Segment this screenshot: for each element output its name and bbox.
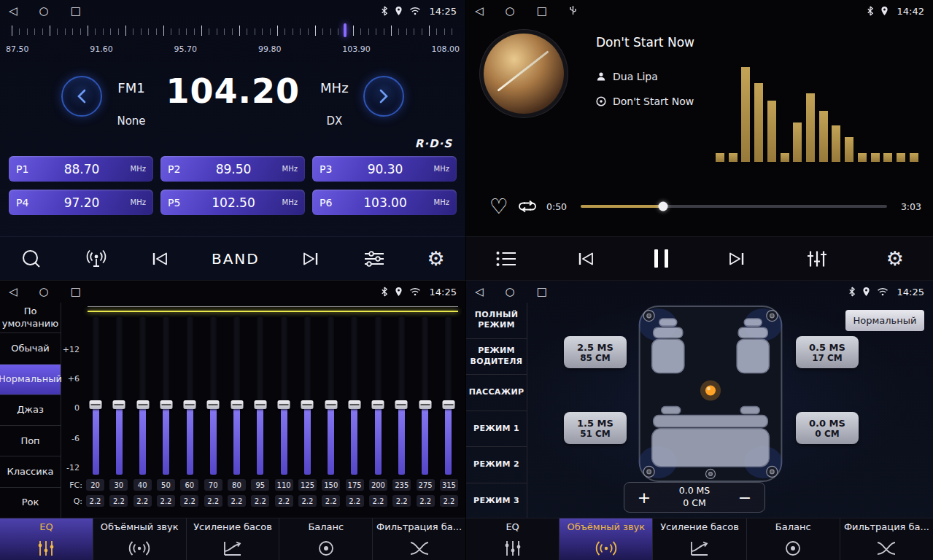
scan-search-button[interactable] (20, 248, 42, 270)
tab-bass-boost[interactable]: Усиление басов (186, 518, 279, 560)
preset-P2[interactable]: P289.50MHz (160, 156, 305, 182)
next-station-button[interactable] (301, 250, 321, 268)
tab-balance[interactable]: Баланс (746, 518, 840, 560)
eq-band-175[interactable] (345, 316, 364, 475)
position-mode-3[interactable]: РЕЖИМ 1 (466, 411, 527, 448)
tab-eq[interactable]: EQ (0, 518, 93, 560)
eq-band-80[interactable] (228, 316, 247, 475)
eq-slider-handle[interactable] (395, 400, 408, 409)
eq-slider-handle[interactable] (136, 400, 149, 409)
next-track-button[interactable] (727, 250, 747, 268)
preset-P4[interactable]: P497.20MHz (9, 190, 153, 215)
pause-button[interactable] (654, 249, 668, 268)
eq-preset-3[interactable]: Джаз (0, 395, 61, 426)
recents-icon[interactable]: □ (71, 4, 81, 18)
increase-delay-button[interactable]: + (635, 489, 654, 507)
tuner-needle[interactable] (344, 23, 347, 37)
eq-band-235[interactable] (392, 316, 411, 475)
preset-P5[interactable]: P5102.50MHz (160, 190, 305, 215)
band-button[interactable]: BAND (212, 250, 260, 268)
broadcast-button[interactable] (84, 249, 109, 269)
home-icon[interactable]: ○ (506, 285, 515, 298)
eq-slider-handle[interactable] (442, 400, 454, 409)
recents-icon[interactable]: □ (537, 285, 547, 298)
eq-band-200[interactable] (368, 316, 387, 475)
eq-preset-1[interactable]: Обычай (0, 333, 61, 364)
eq-slider-handle[interactable] (231, 400, 243, 409)
preset-P6[interactable]: P6103.00MHz (312, 190, 457, 215)
position-mode-0[interactable]: ПОЛНЫЙ РЕЖИМ (466, 303, 527, 339)
eq-band-30[interactable] (109, 316, 128, 475)
eq-band-50[interactable] (157, 316, 176, 475)
eq-band-125[interactable] (298, 316, 317, 475)
home-icon[interactable]: ○ (506, 4, 515, 18)
tab-balance[interactable]: Баланс (279, 518, 372, 560)
previous-station-button[interactable] (150, 250, 170, 268)
tune-up-button[interactable] (363, 76, 404, 117)
eq-slider-handle[interactable] (254, 400, 266, 409)
settings-button[interactable]: ⚙ (427, 249, 444, 268)
tab-surround[interactable]: Объёмный звук (559, 518, 652, 560)
delay-rear-right[interactable]: 0.0 MS 0 CM (796, 412, 859, 444)
seek-bar[interactable] (581, 205, 887, 208)
previous-track-button[interactable] (576, 250, 596, 268)
recents-icon[interactable]: □ (71, 285, 81, 298)
position-mode-5[interactable]: РЕЖИМ 3 (466, 483, 527, 519)
profile-button[interactable]: Нормальный (845, 310, 924, 331)
recents-icon[interactable]: □ (537, 4, 547, 18)
eq-slider-handle[interactable] (419, 400, 431, 409)
back-icon[interactable]: ◁ (9, 4, 18, 18)
eq-preset-5[interactable]: Классика (0, 456, 61, 487)
delay-front-right[interactable]: 0.5 MS 17 CM (796, 336, 859, 368)
home-icon[interactable]: ○ (39, 285, 49, 298)
seek-thumb[interactable] (659, 202, 668, 211)
playlist-button[interactable] (495, 250, 517, 268)
home-icon[interactable]: ○ (39, 4, 49, 18)
eq-band-70[interactable] (204, 316, 222, 475)
eq-preset-2[interactable]: Нормальный (0, 365, 61, 395)
eq-band-315[interactable] (439, 316, 458, 475)
eq-slider-handle[interactable] (90, 400, 102, 409)
eq-band-20[interactable] (86, 316, 105, 475)
eq-slider-handle[interactable] (278, 400, 290, 409)
preset-P3[interactable]: P390.30MHz (312, 156, 457, 182)
favorite-button[interactable]: ♡ (489, 196, 508, 217)
tab-eq[interactable]: EQ (466, 518, 559, 560)
eq-slider-handle[interactable] (301, 400, 314, 409)
tune-down-button[interactable] (61, 76, 102, 117)
eq-band-60[interactable] (180, 316, 199, 475)
eq-slider-handle[interactable] (184, 400, 196, 409)
eq-slider-handle[interactable] (113, 400, 125, 409)
repeat-button[interactable] (518, 199, 537, 214)
eq-preset-6[interactable]: Рок (0, 488, 61, 518)
position-mode-4[interactable]: РЕЖИМ 2 (466, 447, 527, 483)
eq-slider-handle[interactable] (207, 400, 220, 409)
eq-band-110[interactable] (274, 316, 293, 475)
eq-slider-handle[interactable] (348, 400, 360, 409)
tab-surround[interactable]: Объёмный звук (93, 518, 186, 560)
back-icon[interactable]: ◁ (475, 4, 484, 18)
back-icon[interactable]: ◁ (9, 285, 18, 298)
eq-slider-handle[interactable] (325, 400, 337, 409)
eq-band-95[interactable] (251, 316, 270, 475)
tab-filter[interactable]: Фильтрация ба... (840, 518, 933, 560)
eq-band-40[interactable] (133, 316, 152, 475)
back-icon[interactable]: ◁ (475, 285, 484, 298)
audio-settings-button[interactable] (363, 249, 386, 268)
decrease-delay-button[interactable]: − (735, 489, 754, 507)
position-mode-2[interactable]: ПАССАЖИР (466, 375, 527, 411)
preset-P1[interactable]: P188.70MHz (9, 156, 153, 182)
eq-slider-handle[interactable] (160, 400, 172, 409)
eq-band-150[interactable] (322, 316, 341, 475)
eq-slider-handle[interactable] (372, 400, 384, 409)
eq-band-275[interactable] (416, 316, 435, 475)
settings-button[interactable]: ⚙ (886, 249, 904, 268)
tab-bass-boost[interactable]: Усиление басов (652, 518, 746, 560)
mixer-button[interactable] (806, 249, 828, 268)
tab-filter[interactable]: Фильтрация ба... (372, 518, 465, 560)
delay-rear-left[interactable]: 1.5 MS 51 CM (564, 412, 627, 444)
eq-preset-4[interactable]: Поп (0, 426, 61, 456)
delay-front-left[interactable]: 2.5 MS 85 CM (564, 336, 627, 368)
position-mode-1[interactable]: РЕЖИМ ВОДИТЕЛЯ (466, 339, 527, 376)
eq-preset-0[interactable]: По умолчанию (0, 303, 61, 333)
